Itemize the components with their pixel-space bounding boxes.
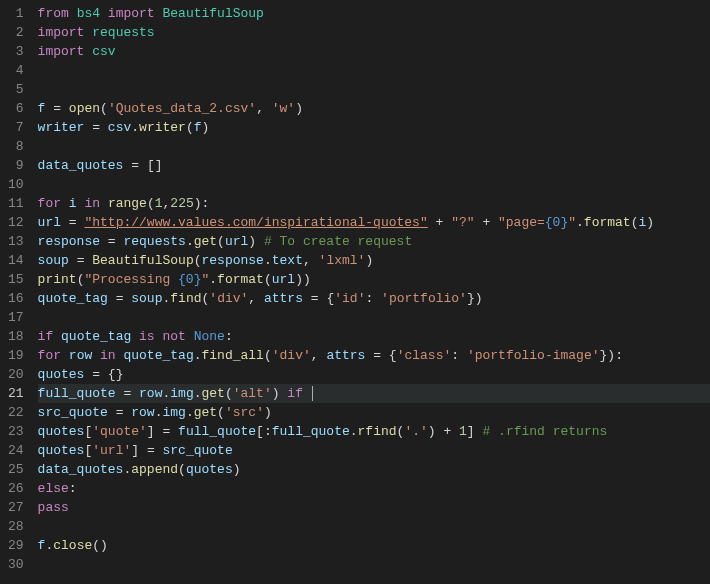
token-var: writer [38, 120, 85, 135]
token-string: "Processing [84, 272, 178, 287]
token-var: img [162, 405, 185, 420]
token-punct: ] [467, 424, 475, 439]
token-punct: ( [147, 196, 155, 211]
code-line[interactable]: writer = csv.writer(f) [38, 118, 710, 137]
code-line[interactable]: soup = BeautifulSoup(response.text, 'lxm… [38, 251, 710, 270]
code-line[interactable] [38, 137, 710, 156]
token-punct: ) [365, 253, 373, 268]
code-line[interactable]: f.close() [38, 536, 710, 555]
line-number: 15 [8, 270, 24, 289]
token-var: src_quote [38, 405, 108, 420]
code-line[interactable]: print("Processing {0}".format(url)) [38, 270, 710, 289]
token-string: "page= [498, 215, 545, 230]
token-var: full_quote [272, 424, 350, 439]
token-func: print [38, 272, 77, 287]
token-string: 'id' [334, 291, 365, 306]
token-var: data_quotes [38, 462, 124, 477]
code-line[interactable]: quotes = {} [38, 365, 710, 384]
token-punct: ] [147, 424, 155, 439]
code-line[interactable] [38, 175, 710, 194]
code-line[interactable]: import requests [38, 23, 710, 42]
token-string: 'quote' [92, 424, 147, 439]
token-var: i [69, 196, 77, 211]
token-var: quotes [38, 424, 85, 439]
token-punct: : [225, 329, 233, 344]
token-punct: ( [186, 120, 194, 135]
code-line[interactable] [38, 308, 710, 327]
token-var: url [225, 234, 248, 249]
token-punct: ( [178, 462, 186, 477]
token-var: src_quote [163, 443, 233, 458]
code-line[interactable]: src_quote = row.img.get('src') [38, 403, 710, 422]
code-line[interactable]: data_quotes = [] [38, 156, 710, 175]
code-line[interactable]: full_quote = row.img.get('alt') if [38, 384, 710, 403]
token-var: text [272, 253, 303, 268]
token-op: = [92, 120, 100, 135]
token-string: '.' [404, 424, 427, 439]
code-editor[interactable]: 1234567891011121314151617181920212223242… [0, 0, 710, 584]
token-string: 'portfolio' [381, 291, 467, 306]
token-string: 'alt' [233, 386, 272, 401]
token-punct: ) [272, 386, 280, 401]
token-var: quotes [186, 462, 233, 477]
code-line[interactable]: if quote_tag is not None: [38, 327, 710, 346]
token-var: quote_tag [123, 348, 193, 363]
code-line[interactable]: from bs4 import BeautifulSoup [38, 4, 710, 23]
token-punct: [ [147, 158, 155, 173]
token-punct: ( [217, 234, 225, 249]
line-number: 22 [8, 403, 24, 422]
line-number: 9 [8, 156, 24, 175]
token-op: = [131, 158, 139, 173]
line-number: 29 [8, 536, 24, 555]
code-line[interactable]: quotes['url'] = src_quote [38, 441, 710, 460]
token-punct: ) [264, 405, 272, 420]
token-op: + [436, 215, 444, 230]
token-var: quote_tag [38, 291, 108, 306]
line-number: 5 [8, 80, 24, 99]
code-line[interactable]: response = requests.get(url) # To create… [38, 232, 710, 251]
token-string: 'div' [272, 348, 311, 363]
code-line[interactable]: import csv [38, 42, 710, 61]
token-punct: ( [264, 348, 272, 363]
code-content[interactable]: from bs4 import BeautifulSoupimport requ… [38, 0, 710, 584]
token-punct: ) [607, 348, 615, 363]
token-punct: ] [155, 158, 163, 173]
line-number: 10 [8, 175, 24, 194]
code-line[interactable] [38, 517, 710, 536]
line-number: 11 [8, 194, 24, 213]
code-line[interactable]: else: [38, 479, 710, 498]
code-line[interactable] [38, 80, 710, 99]
token-op: + [443, 424, 451, 439]
token-punct: { [108, 367, 116, 382]
code-line[interactable]: for row in quote_tag.find_all('div', att… [38, 346, 710, 365]
line-number: 19 [8, 346, 24, 365]
token-punct: ( [217, 405, 225, 420]
token-const: None [194, 329, 225, 344]
token-keyword: not [162, 329, 185, 344]
token-op: = [116, 291, 124, 306]
code-line[interactable]: url = "http://www.values.com/inspiration… [38, 213, 710, 232]
token-op: = [116, 405, 124, 420]
code-line[interactable]: data_quotes.append(quotes) [38, 460, 710, 479]
token-func: close [53, 538, 92, 553]
token-func: format [584, 215, 631, 230]
code-line[interactable]: for i in range(1,225): [38, 194, 710, 213]
code-line[interactable] [38, 61, 710, 80]
code-line[interactable]: pass [38, 498, 710, 517]
line-number: 4 [8, 61, 24, 80]
token-var: requests [123, 234, 185, 249]
token-punct: . [131, 120, 139, 135]
code-line[interactable] [38, 555, 710, 574]
token-var: response [38, 234, 100, 249]
code-line[interactable]: f = open('Quotes_data_2.csv', 'w') [38, 99, 710, 118]
code-line[interactable]: quote_tag = soup.find('div', attrs = {'i… [38, 289, 710, 308]
token-keyword: is [139, 329, 155, 344]
code-line[interactable]: quotes['quote'] = full_quote[:full_quote… [38, 422, 710, 441]
token-keyword: import [38, 25, 85, 40]
token-var: f [38, 101, 46, 116]
token-punct: : [264, 424, 272, 439]
token-module: bs4 [77, 6, 100, 21]
line-number: 27 [8, 498, 24, 517]
token-punct: : [615, 348, 623, 363]
token-var: url [272, 272, 295, 287]
